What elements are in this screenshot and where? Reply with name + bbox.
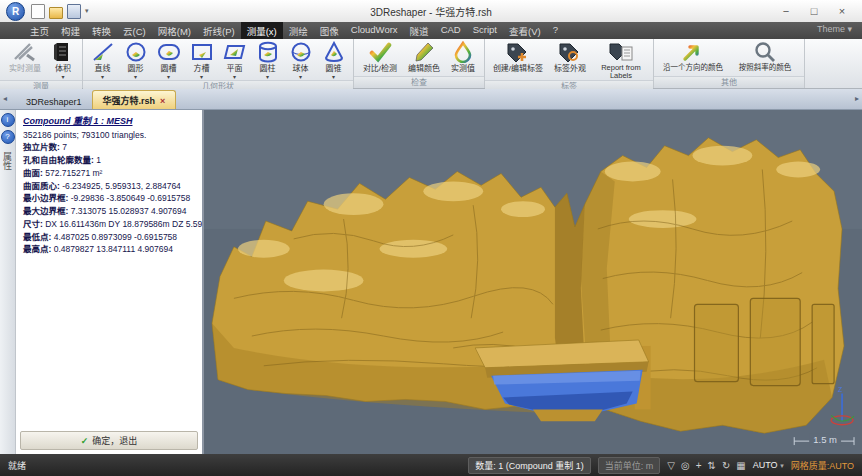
open-file-icon[interactable] [49, 7, 63, 19]
app-logo-icon[interactable]: R [6, 2, 25, 21]
realtime-measure-button[interactable]: 实时测量 [3, 40, 47, 74]
group-label-other: 其他 [654, 76, 804, 88]
tab-cloudworx[interactable]: CloudWorx [345, 22, 404, 39]
status-icons: ▽ ◎ + ⇅ ↻ ▦ [667, 460, 746, 471]
sphere-icon [289, 40, 313, 64]
label-appearance-button[interactable]: 标签外观 [548, 40, 592, 74]
filter-icon[interactable]: ▽ [667, 460, 675, 471]
cone-tool-button[interactable]: 圆锥 ▾ [317, 40, 350, 80]
ribbon-group-other: 沿一个方向的颜色 按照斜率的颜色 其他 [654, 39, 805, 88]
target-icon[interactable]: ◎ [681, 460, 690, 471]
properties-strip-label[interactable]: 属性 [1, 152, 14, 170]
current-units[interactable]: 当前单位: m [598, 457, 661, 474]
status-ready: 就绪 [8, 459, 461, 472]
new-file-icon[interactable] [31, 4, 45, 19]
volume-button[interactable]: 体积 ▾ [47, 40, 79, 80]
cylinder-tool-button[interactable]: 圆柱 ▾ [251, 40, 284, 80]
compare-inspect-button[interactable]: 对比/检测 [357, 40, 403, 74]
tab-help[interactable]: ? [547, 22, 564, 39]
edit-colors-icon [412, 40, 436, 64]
prop-centroid: 曲面质心: -6.234925, 5.959313, 2.884764 [23, 180, 200, 193]
doc-tab-huaqiang[interactable]: 华强方特.rsh × [92, 90, 177, 109]
tab-survey[interactable]: 测绘 [283, 22, 314, 39]
ribbon-tab-bar: 主页 构建 转换 云(C) 网格(M) 折线(P) 测量(x) 测绘 图像 Cl… [0, 22, 862, 39]
save-file-icon[interactable] [67, 4, 81, 19]
obround-icon [157, 40, 181, 64]
line-tool-button[interactable]: 直线 ▾ [86, 40, 119, 80]
tab-measure-active[interactable]: 测量(x) [241, 22, 283, 39]
edit-colors-button[interactable]: 编辑颜色 [403, 40, 445, 74]
mesh-3d-view: Z 1.5 m [204, 110, 862, 454]
tab-view[interactable]: 查看(V) [503, 22, 547, 39]
help-icon[interactable]: ? [1, 130, 15, 144]
quick-access-toolbar: ▾ [31, 4, 89, 19]
tag-report-icon [608, 40, 634, 64]
theme-selector[interactable]: Theme ▾ [807, 22, 862, 39]
tab-scroll-right-icon[interactable]: ▸ [855, 94, 859, 103]
maximize-button[interactable]: □ [800, 1, 828, 21]
scale-bar-label: 1.5 m [813, 434, 837, 445]
tab-mesh[interactable]: 网格(M) [152, 22, 197, 39]
sphere-tool-button[interactable]: 球体 ▾ [284, 40, 317, 80]
obround-tool-button[interactable]: 圆槽 ▾ [152, 40, 185, 80]
status-bar: 就绪 数量: 1 (Compound 重制 1) 当前单位: m ▽ ◎ + ⇅… [0, 454, 862, 476]
window-controls: − □ × [772, 1, 856, 21]
tag-add-icon [505, 40, 531, 64]
properties-panel: Compound 重制 1 : MESH 352186 points; 7931… [16, 110, 204, 454]
minimize-button[interactable]: − [772, 1, 800, 21]
tab-close-icon[interactable]: × [160, 96, 165, 106]
side-icon-strip: i ? 属性 [0, 110, 16, 454]
properties-content: Compound 重制 1 : MESH 352186 points; 7931… [16, 110, 202, 428]
tab-scroll-left-icon[interactable]: ◂ [3, 94, 7, 103]
confirm-exit-button[interactable]: ✓ 确定，退出 [20, 431, 198, 450]
window-title: 3DReshaper - 华强方特.rsh [0, 4, 862, 19]
inspection-value-button[interactable]: 实测值 [445, 40, 481, 74]
prop-holes: 孔和自由轮廓数量: 1 [23, 154, 200, 167]
check-icon: ✓ [81, 436, 89, 446]
group-label-inspection: 检查 [354, 76, 484, 88]
tab-construct[interactable]: 构建 [55, 22, 86, 39]
prop-bbox-max: 最大边界框: 7.313075 15.028937 4.907694 [23, 205, 200, 218]
color-along-direction-button[interactable]: 沿一个方向的颜色 [657, 40, 729, 72]
beaker-icon [53, 40, 73, 64]
mesh-door-panels [695, 298, 835, 385]
color-by-slope-button[interactable]: 按照斜率的颜色 [729, 40, 801, 72]
tab-home[interactable]: 主页 [24, 22, 55, 39]
report-from-labels-button[interactable]: Report from Labels [592, 40, 650, 80]
object-title: Compound 重制 1 : MESH [23, 115, 200, 129]
ribbon-group-measure: 实时测量 体积 ▾ 测量 [0, 39, 83, 88]
grid-icon[interactable]: ▦ [736, 460, 745, 471]
close-button[interactable]: × [828, 1, 856, 21]
mesh-quality-indicator[interactable]: 网格质量:AUTO [791, 459, 854, 472]
viewport-3d[interactable]: Z 1.5 m [204, 110, 862, 454]
prop-pieces: 独立片数: 7 [23, 141, 200, 154]
rect-slot-tool-button[interactable]: 方槽 ▾ [185, 40, 218, 80]
cone-icon [322, 40, 346, 64]
ribbon-group-geometry: 直线 ▾ 圆形 ▾ 圆槽 ▾ 方槽 ▾ [83, 39, 354, 88]
elevation-icon[interactable]: ⇅ [708, 460, 716, 471]
plane-tool-button[interactable]: 平面 ▾ [218, 40, 251, 80]
tab-image[interactable]: 图像 [314, 22, 345, 39]
title-bar: R ▾ 3DReshaper - 华强方特.rsh − □ × [0, 0, 862, 22]
qat-dropdown-icon[interactable]: ▾ [85, 7, 89, 15]
tab-tunnel[interactable]: 隧道 [404, 22, 435, 39]
tab-cad[interactable]: CAD [435, 22, 467, 39]
prop-points: 352186 points; 793100 triangles. [23, 129, 200, 142]
tab-script[interactable]: Script [467, 22, 503, 39]
prop-size: 尺寸: DX 16.611436m DY 18.879586m DZ 5.599… [23, 218, 200, 231]
dialog-icon[interactable]: i [1, 113, 15, 127]
rotate-icon[interactable]: ↻ [722, 460, 730, 471]
app-window: R ▾ 3DReshaper - 华强方特.rsh − □ × 主页 构建 转换… [0, 0, 862, 476]
inspection-value-icon [452, 40, 474, 64]
tab-polyline[interactable]: 折线(P) [197, 22, 241, 39]
create-edit-labels-button[interactable]: 创建/编辑标签 [488, 40, 548, 74]
tag-style-icon [557, 40, 583, 64]
tab-transform[interactable]: 转换 [86, 22, 117, 39]
doc-tab-3dreshaper1[interactable]: 3DReshaper1 [16, 94, 92, 109]
confirm-exit-label: 确定，退出 [92, 434, 137, 447]
auto-mode-selector[interactable]: AUTO ▾ [753, 460, 784, 470]
plane-icon [223, 40, 247, 64]
move-icon[interactable]: + [696, 460, 702, 471]
tab-cloud[interactable]: 云(C) [117, 22, 152, 39]
circle-tool-button[interactable]: 圆形 ▾ [119, 40, 152, 80]
